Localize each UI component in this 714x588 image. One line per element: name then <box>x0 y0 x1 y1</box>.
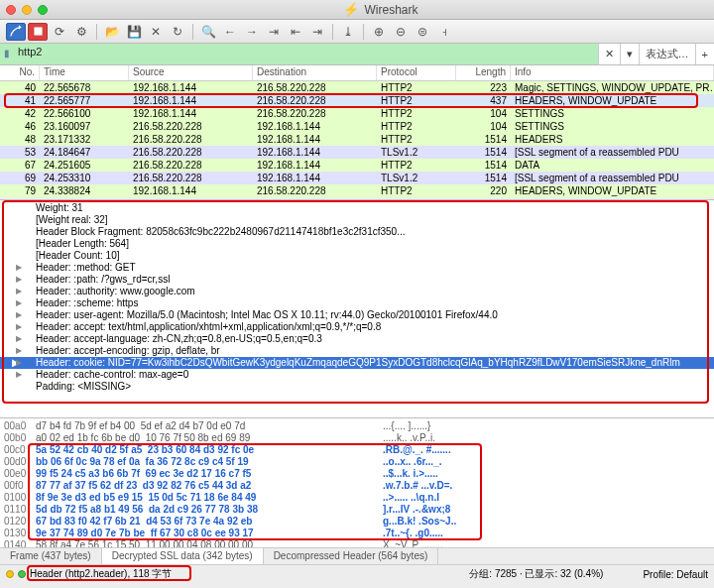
filter-bar: ▮ http2 ✕ ▾ 表达式… + <box>0 44 714 65</box>
packet-list-header: No. Time Source Destination Protocol Len… <box>0 65 714 81</box>
hex-row[interactable]: 00f087 77 af 37 f5 62 df 23 d3 92 82 76 … <box>4 480 710 492</box>
stop-capture-button[interactable] <box>28 23 48 41</box>
detail-line[interactable]: ▶Header: cache-control: max-age=0 <box>0 369 714 381</box>
detail-line[interactable]: ▶Header: :authority: www.google.com <box>0 286 714 297</box>
main-toolbar: ⟳ ⚙ 📂 💾 ✕ ↻ 🔍 ← → ⇥ ⇤ ⇥ ⤓ ⊕ ⊖ ⊜ ⫞ <box>0 20 714 44</box>
packet-row[interactable]: 6924.253310216.58.220.228192.168.1.144TL… <box>0 172 714 184</box>
title-bar: ⚡Wireshark <box>0 0 714 20</box>
zoom-out-button[interactable]: ⊖ <box>391 23 411 41</box>
tab-decompressed-header[interactable]: Decompressed Header (564 bytes) <box>264 548 439 564</box>
display-filter-input[interactable]: ▮ http2 <box>0 44 598 64</box>
detail-line[interactable]: ▶Header: :scheme: https <box>0 297 714 309</box>
expression-button[interactable]: 表达式… <box>639 44 695 64</box>
zoom-reset-button[interactable]: ⊜ <box>413 23 432 41</box>
open-file-button[interactable]: 📂 <box>102 23 122 41</box>
save-file-button[interactable]: 💾 <box>124 23 144 41</box>
restart-capture-button[interactable]: ⟳ <box>50 23 69 41</box>
detail-line[interactable]: ▶Header: accept-encoding: gzip, deflate,… <box>0 345 714 357</box>
packet-details-pane[interactable]: Weight: 31[Weight real: 32]Header Block … <box>0 200 714 418</box>
col-info[interactable]: Info <box>511 65 714 80</box>
status-profile[interactable]: Profile: Default <box>643 569 708 580</box>
status-bar: Header (http2.header), 118 字节 分组: 7285 ·… <box>0 565 714 583</box>
svg-rect-0 <box>34 27 42 35</box>
hex-row[interactable]: 01105d db 72 f5 a8 b1 49 56 da 2d c9 26 … <box>4 504 710 516</box>
close-window-button[interactable] <box>6 5 16 15</box>
filter-bookmark-icon[interactable]: ▮ <box>4 48 10 59</box>
hex-row[interactable]: 00b0a0 02 ed 1b fc 6b be d0 10 76 7f 50 … <box>4 432 710 444</box>
detail-line[interactable]: ▶Header: :method: GET <box>0 262 714 274</box>
filter-clear-button[interactable]: ✕ <box>598 44 620 64</box>
app-title: Wireshark <box>364 3 417 17</box>
detail-line[interactable]: [Header Count: 10] <box>0 250 714 262</box>
detail-line[interactable]: ▶Header: accept: text/html,application/x… <box>0 321 714 333</box>
packet-row[interactable]: 4623.160097216.58.220.228192.168.1.144HT… <box>0 120 714 133</box>
col-length[interactable]: Length <box>456 65 511 80</box>
zoom-in-button[interactable]: ⊕ <box>369 23 389 41</box>
col-destination[interactable]: Destination <box>253 65 377 80</box>
detail-line[interactable]: Weight: 31 <box>0 202 714 214</box>
hex-row[interactable]: 00a0d7 b4 fd 7b 9f ef b4 00 5d ef a2 d4 … <box>4 420 710 432</box>
start-capture-button[interactable] <box>6 23 26 41</box>
packet-row[interactable]: 4022.565678192.168.1.144216.58.220.228HT… <box>0 81 714 94</box>
capture-options-button[interactable]: ⚙ <box>71 23 91 41</box>
last-packet-button[interactable]: ⇥ <box>307 23 327 41</box>
next-packet-button[interactable]: → <box>242 23 262 41</box>
detail-line[interactable]: ▶Header: accept-language: zh-CN,zh;q=0.8… <box>0 333 714 345</box>
hex-row[interactable]: 00c05a 52 42 cb 40 d2 5f a5 23 b3 60 84 … <box>4 444 710 456</box>
wireshark-logo-icon: ⚡ <box>343 2 359 17</box>
detail-line[interactable]: ▶Header: :path: /?gws_rd=cr,ssl <box>0 274 714 286</box>
col-time[interactable]: Time <box>40 65 129 80</box>
find-packet-button[interactable]: 🔍 <box>198 23 218 41</box>
auto-scroll-button[interactable]: ⤓ <box>338 23 358 41</box>
hex-row[interactable]: 01008f 9e 3e d3 ed b5 e9 15 15 0d 5c 71 … <box>4 492 710 504</box>
filter-dropdown-button[interactable]: ▾ <box>620 44 639 64</box>
packet-row[interactable]: 7924.338824192.168.1.144216.58.220.228HT… <box>0 184 714 197</box>
minimize-window-button[interactable] <box>22 5 32 15</box>
zoom-window-button[interactable] <box>38 5 48 15</box>
first-packet-button[interactable]: ⇤ <box>286 23 305 41</box>
filter-add-button[interactable]: + <box>695 44 714 64</box>
hex-row[interactable]: 00e099 f5 24 c5 a3 b6 6b 7f 69 ec 3e d2 … <box>4 468 710 480</box>
packet-list[interactable]: 4022.565678192.168.1.144216.58.220.228HT… <box>0 81 714 200</box>
filter-text: http2 <box>18 46 42 58</box>
packet-row[interactable]: 6724.251605216.58.220.228192.168.1.144HT… <box>0 159 714 172</box>
packet-row[interactable]: 4222.566100192.168.1.144216.58.220.228HT… <box>0 107 714 120</box>
detail-line[interactable]: Padding: <MISSING> <box>0 381 714 393</box>
prev-packet-button[interactable]: ← <box>220 23 240 41</box>
detail-line[interactable]: ▶Header: cookie: NID=77=Kw3ihbC2DsQWbitG… <box>0 357 714 369</box>
detail-line[interactable]: [Header Length: 564] <box>0 238 714 250</box>
packet-row[interactable]: 4823.171332216.58.220.228192.168.1.144HT… <box>0 133 714 146</box>
capture-indicator-icon <box>18 570 26 578</box>
reload-button[interactable]: ↻ <box>168 23 187 41</box>
hex-row[interactable]: 012067 bd 83 f0 42 f7 6b 21 d4 53 6f 73 … <box>4 516 710 528</box>
byte-view-tabs: Frame (437 bytes) Decrypted SSL data (34… <box>0 547 714 565</box>
hex-row[interactable]: 00d0bb 06 6f 0c 9a 78 ef 0a fa 36 72 8c … <box>4 456 710 468</box>
col-no[interactable]: No. <box>0 65 40 80</box>
resize-columns-button[interactable]: ⫞ <box>434 23 454 41</box>
hex-row[interactable]: 014058 8f a4 7e 56 1c 15 50 11 00 00 04 … <box>4 539 710 547</box>
detail-line[interactable]: Header Block Fragment: 82058c63fc9bc222b… <box>0 226 714 238</box>
status-field-info: Header (http2.header), 118 字节 <box>30 568 172 579</box>
col-protocol[interactable]: Protocol <box>377 65 456 80</box>
status-packet-count: 分组: 7285 · 已显示: 32 (0.4%) <box>469 567 603 581</box>
expert-info-button[interactable] <box>6 570 14 578</box>
packet-row[interactable]: 5324.184647216.58.220.228192.168.1.144TL… <box>0 146 714 159</box>
close-file-button[interactable]: ✕ <box>146 23 166 41</box>
col-source[interactable]: Source <box>129 65 253 80</box>
jump-packet-button[interactable]: ⇥ <box>264 23 284 41</box>
detail-line[interactable]: [Weight real: 32] <box>0 214 714 226</box>
detail-line[interactable]: ▶Header: user-agent: Mozilla/5.0 (Macint… <box>0 309 714 321</box>
hex-row[interactable]: 01309e 37 74 89 d0 7e 7b be ff 67 30 c8 … <box>4 528 710 539</box>
hex-dump-pane[interactable]: 00a0d7 b4 fd 7b 9f ef b4 00 5d ef a2 d4 … <box>0 418 714 547</box>
tab-decrypted-ssl[interactable]: Decrypted SSL data (342 bytes) <box>102 548 264 564</box>
tab-frame[interactable]: Frame (437 bytes) <box>0 548 102 564</box>
packet-row[interactable]: 4122.565777192.168.1.144216.58.220.228HT… <box>0 94 714 107</box>
